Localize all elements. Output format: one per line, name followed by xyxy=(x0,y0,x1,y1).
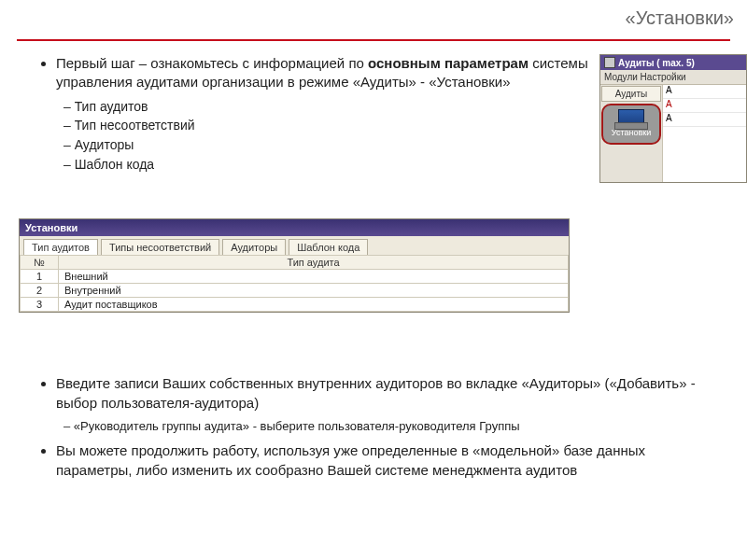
tab-nonconformity-types[interactable]: Типы несоответствий xyxy=(101,239,219,255)
subbullet: Аудиторы xyxy=(63,136,590,154)
table-row[interactable]: 1 Внешний xyxy=(21,270,569,284)
text-bold: основным параметрам xyxy=(368,55,529,71)
bullet-main-2: Введите записи Ваших собственных внутрен… xyxy=(56,373,721,435)
app-icon xyxy=(604,57,615,68)
bullet-main-1: Первый шаг – ознакомьтесь с информацией … xyxy=(56,54,590,174)
subbullet: Тип несоответствий xyxy=(63,117,590,134)
list-item: А xyxy=(663,99,746,113)
settings-tabs: Тип аудитов Типы несоответствий Аудиторы… xyxy=(20,236,569,255)
cell-num: 1 xyxy=(21,270,59,284)
audit-types-table: № Тип аудита 1 Внешний 2 Внутренний 3 Ау… xyxy=(20,255,569,312)
intro-text: Первый шаг – ознакомьтесь с информацией … xyxy=(30,54,590,179)
sidebar-preview-title: Аудиты ( max. 5) xyxy=(600,55,746,70)
table-row[interactable]: 3 Аудит поставщиков xyxy=(21,298,569,312)
tab-auditors[interactable]: Аудиторы xyxy=(222,239,286,255)
subbullet: Шаблон кода xyxy=(63,156,590,174)
settings-window-title: Установки xyxy=(20,219,569,236)
col-header-type: Тип аудита xyxy=(59,256,569,270)
closing-text: Введите записи Ваших собственных внутрен… xyxy=(30,373,721,485)
cell-value: Аудит поставщиков xyxy=(59,298,569,312)
page-title: «Установки» xyxy=(626,7,734,29)
sidebar-item-settings[interactable]: Установки xyxy=(601,104,661,145)
subbullet: Тип аудитов xyxy=(63,98,590,116)
tab-audit-types[interactable]: Тип аудитов xyxy=(23,239,98,255)
text: Введите записи Ваших собственных внутрен… xyxy=(56,375,696,411)
sidebar-preview-list: А А А xyxy=(662,85,746,183)
cell-num: 3 xyxy=(21,298,59,312)
text: Первый шаг – ознакомьтесь с информацией … xyxy=(56,55,368,71)
cell-value: Внутренний xyxy=(59,284,569,298)
sidebar-title-text: Аудиты ( max. 5) xyxy=(618,58,695,68)
subbullet: «Руководитель группы аудита» - выберите … xyxy=(63,418,721,435)
sidebar-preview: Аудиты ( max. 5) Модули Настройки Аудиты… xyxy=(599,54,747,183)
list-item: А xyxy=(663,85,746,99)
settings-window: Установки Тип аудитов Типы несоответстви… xyxy=(19,218,570,313)
tab-code-template[interactable]: Шаблон кода xyxy=(289,239,368,255)
sidebar-item-audits[interactable]: Аудиты xyxy=(601,86,661,102)
col-header-num: № xyxy=(21,256,59,270)
table-row[interactable]: 2 Внутренний xyxy=(21,284,569,298)
cell-num: 2 xyxy=(21,284,59,298)
divider xyxy=(17,39,730,41)
cell-value: Внешний xyxy=(59,270,569,284)
list-item: А xyxy=(663,113,746,127)
bullet-main-3: Вы можете продолжить работу, используя у… xyxy=(56,441,721,480)
sidebar-preview-menu: Модули Настройки xyxy=(600,70,746,85)
settings-icon xyxy=(618,109,644,126)
